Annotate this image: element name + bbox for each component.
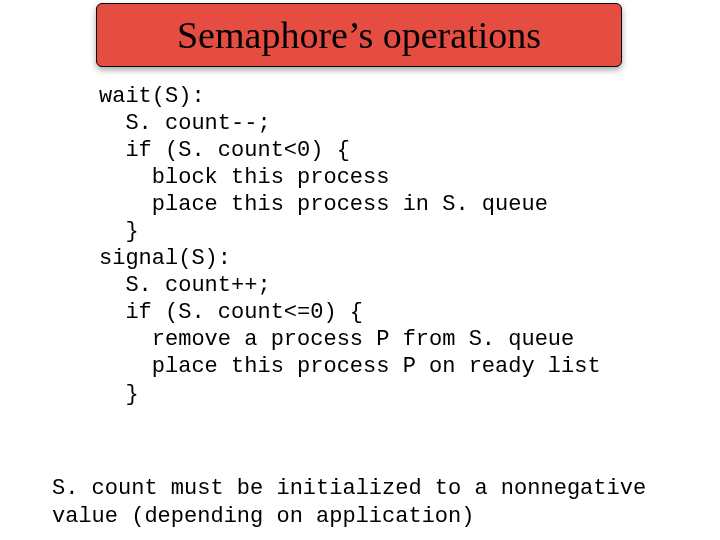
slide-title: Semaphore’s operations xyxy=(177,13,541,57)
title-bar: Semaphore’s operations xyxy=(96,3,622,67)
code-block: wait(S): S. count--; if (S. count<0) { b… xyxy=(99,83,601,408)
footer-note: S. count must be initialized to a nonneg… xyxy=(52,475,646,530)
